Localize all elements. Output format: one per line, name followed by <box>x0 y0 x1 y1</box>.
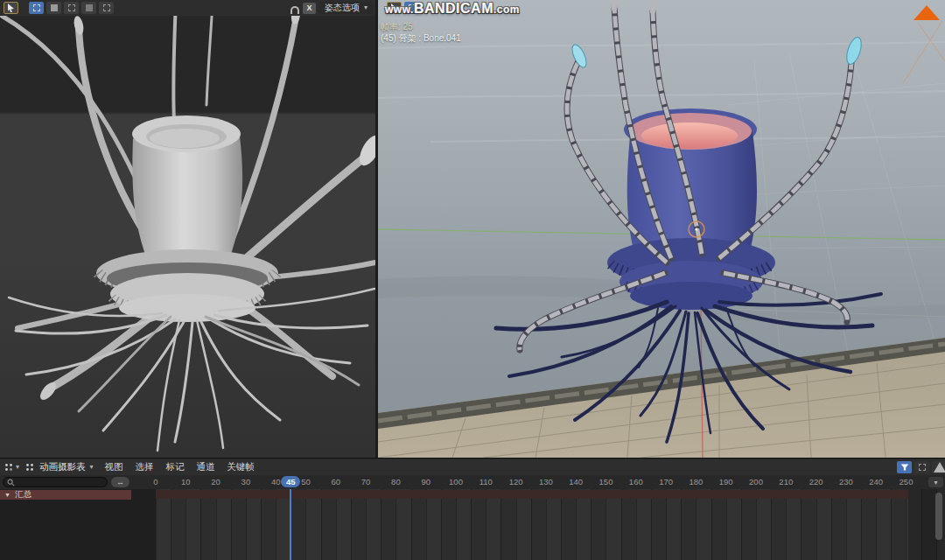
solid-box-icon <box>51 4 58 11</box>
ruler-tick-220: 220 <box>809 477 823 486</box>
ruler-tick-50: 50 <box>301 477 311 486</box>
select-mode-box-button[interactable] <box>29 2 44 14</box>
select-mode-subtract-button[interactable] <box>64 2 79 14</box>
pose-options-label: 姿态选项 <box>325 2 360 14</box>
timeline-sidebar-toggle[interactable]: ▾ <box>928 477 943 487</box>
ruler-tick-230: 230 <box>839 477 853 486</box>
left-viewport-header: X 姿态选项 ▾ <box>0 0 376 16</box>
chevron-down-icon: ▾ <box>90 464 94 471</box>
expand-triangle-icon[interactable]: ▼ <box>4 492 10 498</box>
ruler-tick-140: 140 <box>569 477 583 486</box>
editor-mode-label: 动画摄影表 <box>39 461 86 473</box>
active-tool-select-button[interactable] <box>4 2 18 14</box>
snapping-magnet-icon[interactable] <box>290 6 299 14</box>
ruler-tick-190: 190 <box>719 477 733 486</box>
dashed-box-icon <box>103 4 110 11</box>
menu-关键帧[interactable]: 关键帧 <box>221 461 262 473</box>
ruler-tick-40: 40 <box>271 477 281 486</box>
ruler-tick-250: 250 <box>900 477 914 486</box>
search-icon <box>7 479 15 486</box>
dope-sheet-menubar: 视图选择标记通道关键帧 <box>99 461 262 473</box>
left-model-render <box>0 0 376 458</box>
ruler-tick-180: 180 <box>689 477 703 486</box>
dashed-box-icon <box>919 464 926 471</box>
ruler-tick-210: 210 <box>779 477 793 486</box>
ruler-tick-30: 30 <box>242 477 251 486</box>
ruler-tick-90: 90 <box>421 477 430 486</box>
viewport-divider[interactable] <box>375 0 378 458</box>
summary-keyframe-strip[interactable] <box>156 490 908 499</box>
orange-marker-icon <box>914 5 940 20</box>
ruler-tick-200: 200 <box>749 477 763 486</box>
ruler-tick-170: 170 <box>659 477 673 486</box>
resize-handle-button[interactable]: ↔ <box>111 477 130 487</box>
select-mode-intersect-button[interactable] <box>99 2 114 14</box>
dope-sheet-filter-group <box>897 461 942 473</box>
watermark-brand: BANDICAM <box>414 1 494 16</box>
vertical-scrollbar[interactable] <box>935 493 942 540</box>
menu-视图[interactable]: 视图 <box>99 461 130 473</box>
menu-通道[interactable]: 通道 <box>191 461 221 473</box>
funnel-icon <box>900 463 909 472</box>
select-mode-extend-button[interactable] <box>46 2 61 14</box>
filter-button[interactable] <box>897 461 912 473</box>
ruler-tick-0: 0 <box>153 477 158 486</box>
watermark-suffix: .com <box>494 4 520 16</box>
viewport-right-rendered[interactable]: www.BANDICAM.com 帧率: 25 (45) 骨架 : Bone.0… <box>378 0 945 458</box>
dashed-box-icon <box>68 4 75 11</box>
search-input[interactable] <box>18 478 96 486</box>
dope-sheet-panel: ▾ 动画摄影表 ▾ 视图选择标记通道关键帧 <box>0 458 945 560</box>
ruler-tick-130: 130 <box>539 477 553 486</box>
watermark-prefix: www. <box>385 4 414 16</box>
keyframe-area[interactable] <box>156 489 945 560</box>
ruler-tick-70: 70 <box>361 477 371 486</box>
chevron-down-icon: ▾ <box>16 464 19 471</box>
summary-channel-label: 汇总 <box>15 489 32 500</box>
warning-icon <box>934 462 945 472</box>
ruler-tick-100: 100 <box>449 477 463 486</box>
pose-options-dropdown[interactable]: 姿态选项 ▾ <box>319 2 373 14</box>
ruler-tick-10: 10 <box>181 477 191 486</box>
menu-标记[interactable]: 标记 <box>160 461 191 473</box>
dope-sheet-icon <box>4 462 14 472</box>
show-errors-toggle[interactable] <box>932 461 945 473</box>
channel-search-box[interactable] <box>3 477 108 487</box>
ruler-tick-20: 20 <box>211 477 220 486</box>
timeline-ruler[interactable]: ↔ 45 ▾ 010203040506070809010011012013014… <box>0 475 945 489</box>
select-mode-invert-button[interactable] <box>81 2 96 14</box>
ruler-tick-160: 160 <box>629 477 643 486</box>
ruler-tick-110: 110 <box>480 477 493 486</box>
ruler-tick-240: 240 <box>869 477 883 486</box>
channel-row-summary[interactable]: ▼ 汇总 <box>0 490 131 500</box>
menu-选择[interactable]: 选择 <box>130 461 160 473</box>
ruler-tick-80: 80 <box>391 477 401 486</box>
fps-indicator: 帧率: 25 <box>381 21 413 33</box>
active-bone-label: (45) 骨架 : Bone.041 <box>381 32 461 45</box>
dope-sheet-header: ▾ 动画摄影表 ▾ 视图选择标记通道关键帧 <box>0 459 945 475</box>
solid-box-icon <box>86 4 93 11</box>
app-window: X 姿态选项 ▾ <box>0 0 945 560</box>
viewport-left-solid[interactable]: X 姿态选项 ▾ <box>0 0 376 458</box>
current-frame-badge[interactable]: 45 <box>281 476 300 487</box>
ruler-tick-60: 60 <box>332 477 341 486</box>
ruler-tick-150: 150 <box>599 477 613 486</box>
bandicam-watermark: www.BANDICAM.com <box>385 1 520 17</box>
dashed-box-icon <box>33 4 40 11</box>
playhead-line[interactable] <box>290 489 291 560</box>
chevron-down-icon: ▾ <box>364 4 368 11</box>
editor-mode-dropdown[interactable]: 动画摄影表 ▾ <box>24 461 94 473</box>
timeline-content[interactable]: ▼ 汇总 <box>0 489 945 560</box>
ruler-tick-120: 120 <box>509 477 523 486</box>
x-mirror-toggle[interactable]: X <box>303 3 316 14</box>
only-selected-toggle[interactable] <box>914 461 929 473</box>
editor-type-button[interactable]: ▾ <box>4 462 19 472</box>
dope-sheet-icon <box>24 462 35 472</box>
cursor-icon <box>7 4 15 12</box>
right-scene-render <box>378 0 945 458</box>
